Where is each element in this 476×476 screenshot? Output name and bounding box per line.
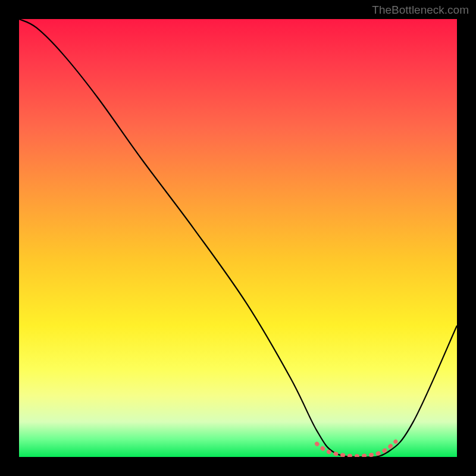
watermark-text: TheBottleneck.com xyxy=(372,4,469,17)
chart-svg xyxy=(19,19,457,457)
plot-area xyxy=(19,19,457,457)
bottleneck-curve-line xyxy=(19,19,457,457)
